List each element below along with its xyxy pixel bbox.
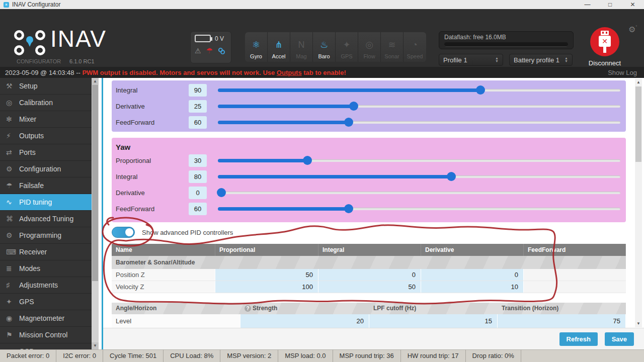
sidebar-item-label: Ports — [19, 148, 36, 156]
advanced-pid-toggle[interactable] — [112, 227, 135, 238]
sidebar-item-magnetometer[interactable]: ◉Magnetometer — [0, 310, 92, 327]
chevron-updown-icon: ▲▼ — [495, 57, 499, 63]
sidebar-item-modes[interactable]: ≣Modes — [0, 260, 92, 277]
sensor-label: Gyro — [250, 53, 262, 59]
status-bar: Packet error: 0 I2C error: 0 Cycle Time:… — [0, 349, 644, 362]
sidebar-item-label: Mixer — [19, 115, 36, 123]
slider-thumb[interactable] — [217, 188, 226, 197]
toggle-label: Show advanced PID controllers — [142, 229, 233, 236]
pid-value-input[interactable]: 30 — [189, 154, 207, 167]
disconnect-button[interactable]: ✕ Disconnect — [588, 27, 622, 67]
sensor-accel: ⋔ Accel — [268, 32, 290, 62]
status-drop-ratio: Drop ratio: 0% — [466, 350, 521, 362]
sidebar-item-mixer[interactable]: ✻Mixer — [0, 111, 92, 128]
sensor-label: GPS — [341, 53, 352, 59]
pid-slider[interactable] — [218, 171, 620, 182]
sidebar-item-mission-control[interactable]: ⚑Mission Control — [0, 327, 92, 343]
sidebar-item-gps[interactable]: ✦GPS — [0, 294, 92, 310]
pid-value-input[interactable]: 60 — [189, 116, 207, 129]
profile-select[interactable]: Profile 1 ▲▼ — [439, 54, 503, 66]
refresh-button[interactable]: Refresh — [559, 332, 598, 346]
sidebar-item-ports[interactable]: ⇄Ports — [0, 144, 92, 161]
scrollbar-thumb[interactable] — [635, 86, 641, 162]
pid-cell-input[interactable]: 0 — [421, 269, 524, 281]
pid-cell-input[interactable]: 50 — [318, 281, 421, 293]
sidebar-item-adjustments[interactable]: ♯Adjustments — [0, 277, 92, 294]
pid-slider[interactable] — [218, 101, 620, 111]
slider-thumb[interactable] — [447, 172, 456, 181]
scroll-down-icon[interactable]: ▼ — [92, 342, 99, 349]
column-header: Derivative — [421, 244, 524, 256]
pid-row-feedforward: FeedForward 60 — [112, 114, 626, 130]
sidebar-item-osd[interactable]: ▦OSD — [0, 343, 92, 349]
pid-param-label: Derivative — [116, 103, 189, 110]
row-name: Position Z — [112, 269, 215, 281]
slider-thumb[interactable] — [349, 102, 358, 111]
scroll-up-icon[interactable]: ▲ — [635, 79, 642, 86]
pid-value-input[interactable]: 60 — [189, 203, 207, 215]
sidebar-item-label: Magnetometer — [19, 314, 64, 322]
window-title: INAV Configurator — [12, 1, 61, 8]
map-pin-icon: ⚑ — [6, 331, 19, 339]
sidebar-item-programming[interactable]: ⚙Programming — [0, 227, 92, 244]
gear-icon: ⚙ — [6, 231, 19, 239]
motor-icon: ⚡ — [6, 132, 19, 140]
content-scrollbar[interactable]: ▲ ▼ — [635, 79, 642, 327]
show-log-button[interactable]: Show Log — [608, 69, 637, 76]
sidebar-scrollbar[interactable]: ▲ ▼ — [92, 78, 99, 349]
sidebar-item-setup[interactable]: ⚒Setup — [0, 78, 92, 95]
dataflash-panel: Dataflash: free 16.0MB — [439, 31, 574, 49]
slider-thumb[interactable] — [303, 156, 312, 165]
scroll-down-icon[interactable]: ▼ — [635, 320, 642, 327]
help-question-icon[interactable]: ? — [245, 305, 251, 312]
sidebar-item-pid-tuning[interactable]: ∿PID tuning — [0, 194, 92, 211]
battery-voltage: 0 V — [215, 35, 224, 42]
pid-slider[interactable] — [218, 188, 620, 198]
column-header: FeedForward — [524, 244, 626, 256]
sidebar-item-receiver[interactable]: ⌨Receiver — [0, 244, 92, 260]
transition-cell-input[interactable]: 75 — [498, 314, 626, 328]
battery-profile-selected-value: Battery profile 1 — [514, 56, 559, 64]
slider-thumb[interactable] — [344, 118, 353, 127]
sidebar-item-outputs[interactable]: ⚡Outputs — [0, 128, 92, 144]
sidebar-item-label: Programming — [19, 231, 61, 239]
maximize-button[interactable]: □ — [599, 1, 621, 8]
pid-value-input[interactable]: 25 — [189, 100, 207, 113]
lpf-cell-input[interactable]: 15 — [369, 314, 498, 328]
slider-track — [218, 192, 620, 194]
pid-slider[interactable] — [218, 117, 620, 127]
pid-slider[interactable] — [218, 204, 620, 214]
pid-slider[interactable] — [218, 85, 620, 95]
slider-thumb[interactable] — [344, 204, 353, 213]
status-packet-error: Packet error: 0 — [0, 350, 56, 362]
status-msp-round-trip: MSP round trip: 36 — [333, 350, 401, 362]
minimize-button[interactable]: — — [576, 1, 599, 8]
pid-cell-input[interactable]: 0 — [318, 269, 421, 281]
failsafe-parachute-icon: ☂ — [206, 46, 213, 55]
ports-icon: ⇄ — [6, 148, 19, 156]
pid-value-input[interactable]: 0 — [189, 187, 207, 199]
scrollbar-thumb[interactable] — [92, 85, 98, 281]
status-i2c-error: I2C error: 0 — [56, 350, 103, 362]
close-button[interactable]: ✕ — [621, 1, 644, 8]
slider-thumb[interactable] — [476, 85, 485, 95]
pid-value-input[interactable]: 90 — [189, 84, 207, 97]
outputs-tab-link[interactable]: Outputs — [277, 69, 302, 76]
pid-slider[interactable] — [218, 155, 620, 165]
settings-gear-icon[interactable]: ⚙° — [628, 25, 637, 34]
pid-value-input[interactable]: 80 — [189, 170, 207, 183]
save-button[interactable]: Save — [605, 332, 634, 346]
scroll-up-icon[interactable]: ▲ — [92, 78, 99, 85]
sidebar-item-advanced-tuning[interactable]: ⌘Advanced Tuning — [0, 211, 92, 227]
sidebar-item-calibration[interactable]: ◎Calibration — [0, 95, 92, 111]
battery-profile-select[interactable]: Battery profile 1 ▲▼ — [509, 54, 573, 66]
receiver-icon: ⌨ — [6, 248, 19, 256]
sensor-mag: N Mag — [290, 32, 313, 62]
sidebar-item-configuration[interactable]: ⚙Configuration — [0, 161, 92, 177]
pid-cell-input[interactable]: 50 — [215, 269, 318, 281]
sidebar-item-failsafe[interactable]: ☂Failsafe — [0, 177, 92, 194]
warning-icon: ⚠ — [195, 47, 201, 55]
pid-cell-input[interactable]: 10 — [421, 281, 524, 293]
pid-cell-input[interactable]: 100 — [215, 281, 318, 293]
strength-cell-input[interactable]: 20 — [240, 314, 369, 328]
